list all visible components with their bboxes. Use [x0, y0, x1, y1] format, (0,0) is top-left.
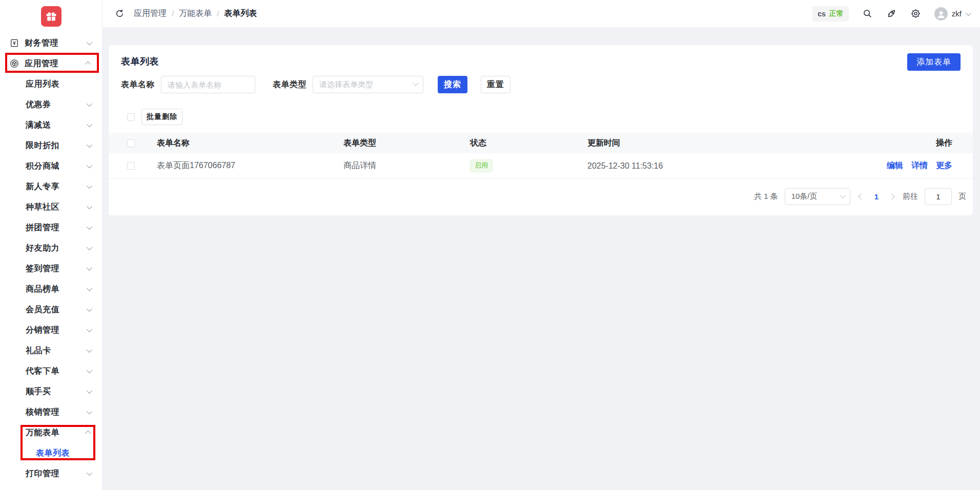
select-all-checkbox[interactable] [127, 113, 135, 121]
chevron-down-icon [87, 224, 92, 230]
sidebar-item-apps[interactable]: 应用管理 [0, 53, 102, 74]
finance-icon [9, 38, 19, 48]
sidebar-item-print[interactable]: 打印管理 [0, 463, 102, 484]
detail-link[interactable]: 详情 [911, 160, 928, 171]
chevron-down-icon [87, 326, 92, 332]
sidebar-item-distribution[interactable]: 分销管理 [0, 320, 102, 340]
sidebar-item-group-buy[interactable]: 拼团管理 [0, 217, 102, 238]
sidebar-item-label: 万能表单 [26, 427, 59, 438]
sidebar-item-finance[interactable]: 财务管理 [0, 33, 102, 53]
form-name-input[interactable] [161, 76, 255, 93]
sidebar-item-limited-discount[interactable]: 限时折扣 [0, 135, 102, 156]
batch-delete-button[interactable]: 批量删除 [141, 109, 182, 125]
site-name: cs [818, 10, 826, 18]
chevron-down-icon [413, 80, 418, 86]
page-size-value: 10条/页 [791, 192, 818, 201]
next-page-button[interactable] [888, 193, 895, 200]
user-menu[interactable]: zkf [934, 7, 970, 21]
search-icon[interactable] [862, 8, 873, 19]
goto-page-input[interactable] [925, 188, 952, 205]
sidebar-item-label: 分销管理 [26, 325, 59, 336]
search-button[interactable]: 搜索 [438, 76, 467, 93]
more-link[interactable]: 更多 [936, 160, 952, 171]
prev-page-button[interactable] [858, 193, 865, 200]
chevron-down-icon [87, 101, 92, 107]
gear-icon[interactable] [910, 8, 921, 19]
form-name-label: 表单名称 [121, 79, 155, 90]
total-count: 共 1 条 [754, 192, 778, 201]
chevron-down-icon [87, 470, 92, 476]
sidebar-item-gift-card[interactable]: 礼品卡 [0, 340, 102, 361]
page-size-select[interactable]: 10条/页 [785, 188, 850, 205]
edit-link[interactable]: 编辑 [887, 160, 903, 171]
sidebar-item-community[interactable]: 种草社区 [0, 197, 102, 217]
sidebar-item-product-ranking[interactable]: 商品榜单 [0, 279, 102, 299]
column-header: 状态 [470, 138, 587, 149]
sidebar-item-verification[interactable]: 核销管理 [0, 402, 102, 422]
sidebar-item-label: 代客下单 [26, 366, 59, 377]
sidebar-item-member-recharge[interactable]: 会员充值 [0, 299, 102, 320]
sidebar-item-label: 表单列表 [36, 448, 70, 459]
page-number[interactable]: 1 [872, 192, 881, 201]
breadcrumb-item[interactable]: 表单列表 [224, 8, 257, 19]
chevron-up-icon [85, 431, 91, 436]
app-logo[interactable] [41, 6, 62, 27]
sidebar-item-label: 应用列表 [26, 79, 59, 90]
form-type-select[interactable]: 请选择表单类型 [313, 76, 423, 93]
site-status-badge: cs 正常 [812, 6, 849, 22]
sidebar-item-label: 新人专享 [26, 181, 59, 192]
sidebar-item-label: 会员充值 [26, 304, 59, 315]
chevron-up-icon [85, 62, 91, 67]
chevron-down-icon [87, 142, 92, 148]
reset-button[interactable]: 重置 [481, 76, 511, 93]
column-header: 表单类型 [343, 138, 470, 149]
sidebar-item-label: 核销管理 [26, 407, 59, 418]
table-header-row: 表单名称表单类型状态更新时间操作 [109, 133, 973, 153]
goto-label: 前往 [903, 192, 918, 201]
row-checkbox[interactable] [127, 162, 135, 170]
add-form-button[interactable]: 添加表单 [907, 53, 961, 71]
sidebar-item-points-mall[interactable]: 积分商城 [0, 156, 102, 176]
breadcrumb-separator: / [172, 9, 174, 18]
sidebar-item-app-list[interactable]: 应用列表 [0, 74, 102, 94]
sidebar-item-check-in[interactable]: 签到管理 [0, 258, 102, 279]
app-icon [9, 58, 19, 69]
logo-wrap [0, 0, 102, 33]
sidebar-item-coupon[interactable]: 优惠券 [0, 94, 102, 115]
sidebar-item-agent-order[interactable]: 代客下单 [0, 361, 102, 381]
cell-status: 启用 [470, 159, 587, 172]
sidebar-item-form-list[interactable]: 表单列表 [0, 443, 102, 463]
chevron-down-icon [87, 368, 92, 373]
page-unit-label: 页 [958, 192, 966, 201]
form-list-card: 表单列表 添加表单 表单名称 表单类型 请选择表单类型 搜索 重置 批量删除 表… [109, 45, 973, 215]
header-checkbox[interactable] [127, 139, 135, 147]
refresh-icon[interactable] [115, 9, 125, 18]
sidebar-item-label: 种草社区 [26, 202, 59, 213]
breadcrumb-item[interactable]: 应用管理 [134, 8, 167, 19]
sidebar-item-label: 好友助力 [26, 243, 59, 254]
sidebar-menu: 财务管理应用管理应用列表优惠券满减送限时折扣积分商城新人专享种草社区拼团管理好友… [0, 33, 102, 484]
chevron-down-icon [87, 203, 92, 209]
sidebar-item-friend-assist[interactable]: 好友助力 [0, 238, 102, 258]
sidebar-item-label: 满减送 [26, 120, 51, 131]
rocket-icon[interactable] [886, 8, 897, 19]
form-type-select-value: 请选择表单类型 [319, 80, 373, 90]
chevron-down-icon [840, 192, 845, 198]
sidebar-item-newcomer[interactable]: 新人专享 [0, 176, 102, 197]
sidebar-item-label: 打印管理 [26, 468, 59, 479]
sidebar-item-label: 拼团管理 [26, 222, 59, 233]
breadcrumb-separator: / [217, 9, 219, 18]
breadcrumb-item[interactable]: 万能表单 [179, 8, 212, 19]
sidebar-item-universal-form[interactable]: 万能表单 [0, 422, 102, 443]
sidebar-item-quick-buy[interactable]: 顺手买 [0, 381, 102, 402]
chevron-down-icon [87, 347, 92, 353]
chevron-down-icon [87, 306, 92, 312]
cell-form-name: 表单页面1767066787 [157, 160, 343, 171]
row-actions: 编辑详情更多 [891, 160, 952, 171]
topbar: 应用管理/万能表单/表单列表 cs 正常 zkf [103, 0, 980, 28]
sidebar-item-label: 签到管理 [26, 263, 59, 274]
filter-row: 表单名称 表单类型 请选择表单类型 搜索 重置 [109, 76, 973, 93]
cell-updated-time: 2025-12-30 11:53:16 [587, 161, 891, 171]
chevron-down-icon [87, 183, 92, 189]
sidebar-item-full-discount[interactable]: 满减送 [0, 115, 102, 135]
